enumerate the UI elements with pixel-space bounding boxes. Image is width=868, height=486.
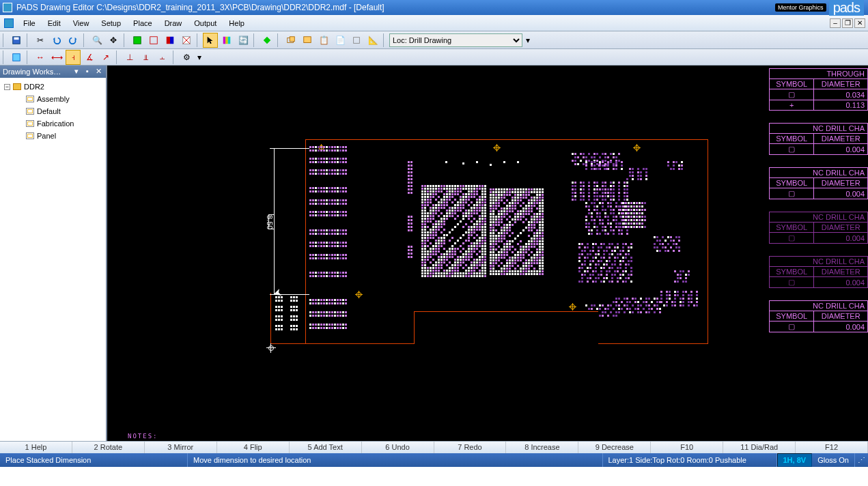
layer3-button[interactable] [163,33,178,48]
component-cluster [578,243,632,283]
dim-opt-1[interactable]: ⊥ [122,50,137,65]
panel-header[interactable]: Drawing Works… ▾ ▪ ✕ [0,66,106,78]
svg-rect-7 [223,36,226,44]
component-cluster [309,254,347,259]
menu-output[interactable]: Output [188,18,222,29]
tool-c-button[interactable]: 📋 [316,33,331,48]
mdi-close-button[interactable]: ✕ [854,18,865,28]
fkey-3[interactable]: 3 Mirror [145,442,217,453]
component-cluster [408,161,412,180]
save-button[interactable] [9,33,24,48]
tool-f-button[interactable]: 📐 [365,33,380,48]
menu-draw[interactable]: Draw [159,18,188,29]
component-cluster [408,246,412,258]
board-outline-notch [414,311,598,344]
tool-a-button[interactable] [283,33,298,48]
menu-setup[interactable]: Setup [96,18,126,29]
fkey-9[interactable]: 9 Decrease [578,442,651,453]
fkey-6[interactable]: 6 Undo [362,442,434,453]
tree-root-label: DDR2 [24,83,44,91]
undo-button[interactable] [49,33,64,48]
fkey-1[interactable]: 1 Help [0,442,72,453]
tree-item-default[interactable]: Default [3,105,103,117]
panel-pin-button[interactable]: ▪ [83,67,92,76]
drawing-canvas[interactable]: 8.50 ➤ NOTES: THROUGHSYMBOLDIAMETER▢0.03… [107,66,868,441]
tool-e-button[interactable] [349,33,364,48]
dim-leader-button[interactable]: ↗ [98,50,113,65]
layer2-button[interactable] [146,33,161,48]
mdi-restore-button[interactable]: ❐ [842,18,853,28]
component-cluster [309,158,347,163]
menu-file[interactable]: File [18,18,41,29]
dim-settings[interactable]: ⚙ [179,50,194,65]
target-marker [633,144,641,152]
panel-dropdown-button[interactable]: ▾ [72,67,81,76]
tree-item-fabrication[interactable]: Fabrication [3,117,103,130]
sheet-icon [26,120,34,127]
fkey-12[interactable]: F12 [796,442,868,453]
menu-help[interactable]: Help [223,18,250,29]
location-select[interactable]: Loc: Drill Drawing [389,33,522,47]
tree-item-panel[interactable]: Panel [3,130,103,142]
status-mode: Place Stacked Dimension [0,453,188,467]
layer1-button[interactable] [130,33,145,48]
dim-tool-1[interactable] [9,50,24,65]
main-area: Drawing Works… ▾ ▪ ✕ − DDR2 Assembly Def… [0,66,868,441]
fkey-5[interactable]: 5 Add Text [290,442,362,453]
menu-view[interactable]: View [68,18,95,29]
diamond-button[interactable] [260,33,275,48]
menu-bar: File Edit View Setup Place Draw Output H… [0,15,868,31]
menu-edit[interactable]: Edit [42,18,66,29]
svg-rect-3 [150,36,158,44]
main-toolbar: ✂ 🔍 ✥ 🔄 📋 📄 📐 Loc: Drill Drawing ▾ [0,31,868,49]
fkey-4[interactable]: 4 Flip [217,442,290,453]
dim-stacked-button[interactable]: ⫞ [66,50,81,65]
tree-item-assembly[interactable]: Assembly [3,93,103,105]
toolbar-overflow-button[interactable]: ▾ [524,33,532,48]
redo-button[interactable] [66,33,81,48]
fkey-11[interactable]: 11 Dia/Rad [723,442,796,453]
svg-rect-14 [13,53,20,61]
dim-vert-button[interactable]: ⟷ [49,50,64,65]
fkey-2[interactable]: 2 Rotate [72,442,145,453]
target-marker [355,291,363,298]
tree-root[interactable]: − DDR2 [3,81,103,93]
refresh-button[interactable]: 🔄 [236,33,251,48]
tool-b-button[interactable] [300,33,315,48]
sheet-icon [26,108,34,115]
dim-value-box[interactable]: 8.50 [268,214,275,229]
drill-chart: NC DRILL CHASYMBOLDIAMETER▢0.004 [769,212,868,244]
dim-angle-button[interactable]: ∡ [82,50,97,65]
component-cluster [622,202,643,228]
fkey-7[interactable]: 7 Redo [434,442,507,453]
status-snap[interactable]: 1H, 8V [777,453,813,467]
dim-opt-3[interactable]: ⫠ [155,50,170,65]
component-cluster [309,242,347,247]
component-cluster [660,291,698,306]
tree-item-label: Default [37,107,61,115]
dim-horiz-button[interactable]: ↔ [33,50,48,65]
cut-button[interactable]: ✂ [33,33,48,48]
zoom-button[interactable]: 🔍 [89,33,104,48]
doc-icon[interactable] [4,18,14,28]
resize-grip-icon[interactable]: ⋰ [855,456,868,465]
select-button[interactable] [203,33,218,48]
fkey-8[interactable]: 8 Increase [506,442,578,453]
collapse-icon[interactable]: − [4,84,10,90]
sheet-icon [26,96,34,102]
palette-button[interactable] [219,33,234,48]
fkey-10[interactable]: F10 [651,442,723,453]
dim-opt-2[interactable]: ⫫ [139,50,154,65]
status-gloss[interactable]: Gloss On [812,453,855,467]
menu-place[interactable]: Place [128,18,158,29]
mdi-window-controls: – ❐ ✕ [830,18,868,28]
pan-button[interactable]: ✥ [106,33,121,48]
component-cluster [674,270,690,283]
tool-d-button[interactable]: 📄 [333,33,348,48]
dim-overflow-button[interactable]: ▾ [195,50,204,65]
panel-close-button[interactable]: ✕ [94,67,103,76]
mdi-minimize-button[interactable]: – [830,18,841,28]
layer4-button[interactable] [179,33,194,48]
drill-chart: NC DRILL CHASYMBOLDIAMETER▢0.004 [769,167,868,199]
folder-icon [13,83,21,90]
